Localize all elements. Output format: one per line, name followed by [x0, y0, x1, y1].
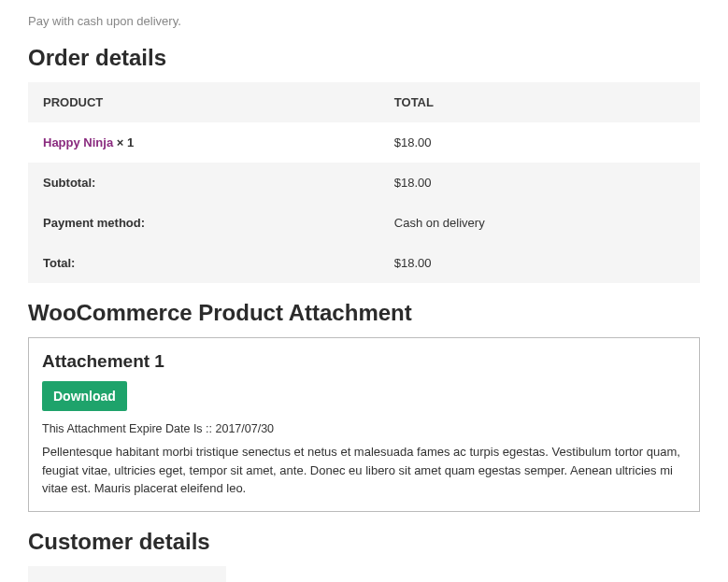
order-details-title: Order details [28, 45, 700, 71]
customer-details-title: Customer details [28, 529, 700, 555]
subtotal-label: Subtotal: [28, 163, 379, 203]
total-row: Total: $18.00 [28, 243, 700, 283]
total-value: $18.00 [379, 243, 700, 283]
product-qty: × 1 [117, 135, 134, 149]
product-link[interactable]: Happy Ninja [43, 135, 113, 149]
email-value: mahesh.prajapati@multidots.com [226, 566, 700, 583]
payment-method-row: Payment method: Cash on delivery [28, 203, 700, 243]
payment-note: Pay with cash upon delivery. [28, 14, 700, 28]
email-label: Email: [28, 566, 226, 583]
download-button[interactable]: Download [42, 381, 127, 411]
attachment-box: Attachement 1 Download This Attachment E… [28, 337, 700, 512]
subtotal-row: Subtotal: $18.00 [28, 163, 700, 203]
subtotal-value: $18.00 [379, 163, 700, 203]
email-row: Email: mahesh.prajapati@multidots.com [28, 566, 700, 583]
attachment-section-title: WooCommerce Product Attachment [28, 300, 700, 326]
total-label: Total: [28, 243, 379, 283]
customer-details-table: Email: mahesh.prajapati@multidots.com Ph… [28, 566, 700, 583]
product-total: $18.00 [379, 122, 700, 163]
payment-method-value: Cash on delivery [379, 203, 700, 243]
attachment-title: Attachement 1 [42, 351, 686, 372]
col-product: PRODUCT [28, 82, 379, 122]
order-details-table: PRODUCT TOTAL Happy Ninja × 1 $18.00 Sub… [28, 82, 700, 283]
payment-method-label: Payment method: [28, 203, 379, 243]
col-total: TOTAL [379, 82, 700, 122]
table-row: Happy Ninja × 1 $18.00 [28, 122, 700, 163]
expire-note: This Attachment Expire Date Is :: 2017/0… [42, 422, 686, 435]
attachment-description: Pellentesque habitant morbi tristique se… [42, 443, 686, 498]
